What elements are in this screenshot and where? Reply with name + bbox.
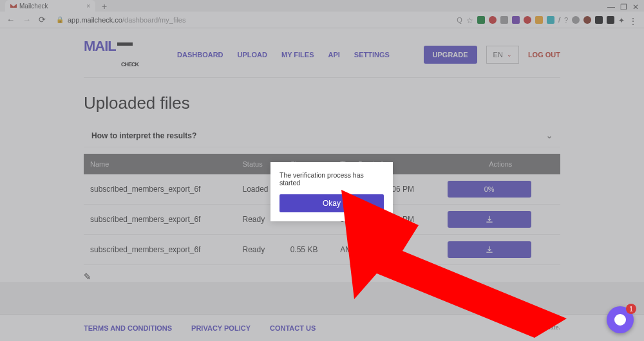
help-accordion[interactable]: How to interpret the results? ⌄	[84, 125, 560, 147]
footer-privacy[interactable]: PRIVACY POLICY	[191, 324, 251, 332]
cell-name: subscribed_members_export_6f	[84, 205, 236, 235]
nav-api[interactable]: API	[328, 51, 340, 59]
nav-dashboard[interactable]: DASHBOARD	[177, 51, 223, 59]
verification-modal: The verification process has started Oka…	[270, 162, 393, 221]
forward-icon[interactable]: →	[23, 15, 31, 24]
back-icon[interactable]: ←	[6, 15, 15, 24]
ext-icon[interactable]	[595, 16, 603, 24]
cell-action	[441, 235, 560, 265]
download-icon	[485, 215, 494, 224]
star-icon[interactable]: ☆	[466, 16, 473, 24]
col-name[interactable]: Name	[84, 154, 236, 174]
chevron-down-icon: ⌄	[546, 131, 553, 140]
ext-icon[interactable]	[547, 16, 554, 24]
cell-name: subscribed_members_export_6f	[84, 174, 236, 205]
close-tab-icon[interactable]: ×	[86, 3, 90, 10]
footer-terms[interactable]: TERMS AND CONDITIONS	[84, 324, 172, 332]
ext-icon[interactable]	[477, 16, 485, 24]
logout-link[interactable]: LOG OUT	[528, 51, 560, 59]
ext-icon[interactable]	[607, 16, 614, 24]
window-close-icon[interactable]: ✕	[632, 3, 639, 12]
menu-icon[interactable]: ⋮	[629, 16, 638, 24]
chat-icon	[614, 314, 626, 326]
cell-size: 0.55 KB	[284, 235, 334, 265]
ext-icon[interactable]: f	[558, 16, 560, 24]
upgrade-button[interactable]: UPGRADE	[424, 46, 477, 64]
nav-my-files[interactable]: MY FILES	[281, 51, 314, 59]
download-icon	[485, 245, 494, 254]
main-nav: DASHBOARD UPLOAD MY FILES API SETTINGS	[177, 51, 390, 59]
new-tab-button[interactable]: +	[98, 1, 111, 12]
ext-icon[interactable]: ?	[564, 16, 568, 24]
q-icon[interactable]: Q	[457, 16, 462, 24]
ext-icon[interactable]	[583, 16, 591, 24]
chevron-down-icon: ⌄	[507, 51, 512, 58]
footer: TERMS AND CONDITIONS PRIVACY POLICY CONT…	[0, 314, 644, 341]
chat-badge: 1	[626, 304, 636, 314]
app-content: MAIL CHECK DASHBOARD UPLOAD MY FILES API…	[0, 28, 644, 282]
page-title: Uploaded files	[84, 93, 560, 113]
window-minimize-icon[interactable]: —	[607, 3, 615, 12]
cell-status: Ready	[236, 235, 284, 265]
nav-settings[interactable]: SETTINGS	[354, 51, 390, 59]
window-restore-icon[interactable]: ❐	[620, 3, 627, 12]
address-bar[interactable]: 🔒 app.mailcheck.co/dashboard/my_files	[56, 16, 185, 24]
cell-action	[441, 205, 560, 235]
lock-icon: 🔒	[56, 16, 64, 23]
table-row: subscribed_members_export_6fReady0.55 KB…	[84, 235, 560, 265]
extension-icons: Q ☆ f ? ✦ ⋮	[457, 16, 638, 24]
cell-action: 0%	[441, 174, 560, 205]
edit-icon[interactable]: ✎	[84, 272, 560, 282]
action-button[interactable]	[448, 211, 531, 228]
ext-icon[interactable]	[500, 16, 508, 24]
language-select[interactable]: EN⌄	[486, 46, 519, 64]
action-button[interactable]	[448, 241, 531, 258]
col-actions: Actions	[441, 154, 560, 174]
browser-chrome: Mailcheck × + — ❐ ✕ ← → ⟳ 🔒 app.mailchec…	[0, 0, 644, 28]
url-text: app.mailcheck.co/dashboard/my_files	[68, 16, 185, 24]
ext-icon[interactable]	[524, 16, 531, 24]
nav-upload[interactable]: UPLOAD	[238, 51, 267, 59]
action-button[interactable]: 0%	[448, 181, 531, 198]
cookie-text: re your date.	[526, 324, 560, 332]
help-label: How to interpret the results?	[91, 131, 196, 140]
okay-button[interactable]: Okay	[279, 194, 384, 212]
ext-icon[interactable]	[572, 16, 580, 24]
chat-widget[interactable]: 1	[607, 306, 634, 333]
cell-name: subscribed_members_export_6f	[84, 235, 236, 265]
puzzle-icon[interactable]: ✦	[618, 16, 625, 24]
modal-message: The verification process has started	[279, 171, 384, 187]
mailcheck-favicon-icon	[10, 3, 17, 9]
ext-icon[interactable]	[535, 16, 543, 24]
reload-icon[interactable]: ⟳	[39, 15, 46, 24]
ext-icon[interactable]	[489, 16, 497, 24]
browser-tab[interactable]: Mailcheck ×	[5, 0, 95, 12]
footer-contact[interactable]: CONTACT US	[270, 324, 316, 332]
cell-time: AM	[334, 235, 440, 265]
ext-icon[interactable]	[512, 16, 520, 24]
logo[interactable]: MAIL CHECK	[84, 38, 138, 71]
tab-title: Mailcheck	[19, 3, 48, 10]
